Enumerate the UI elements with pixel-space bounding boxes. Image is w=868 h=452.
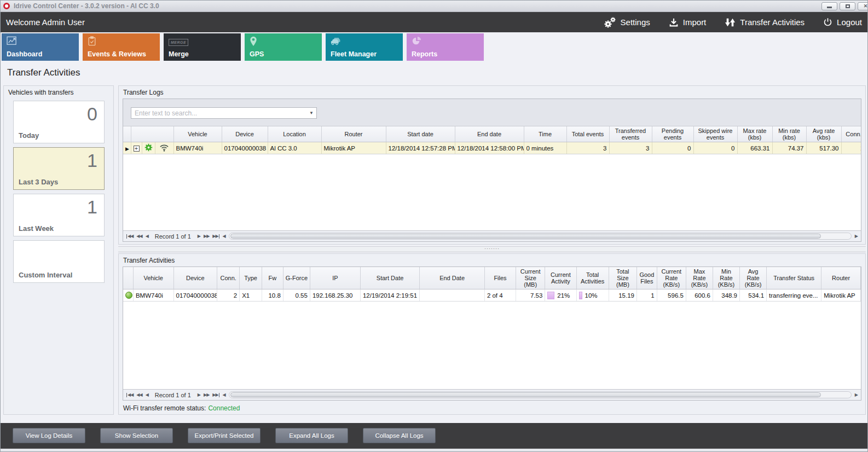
log-row[interactable]: ▶ +	[123, 142, 861, 154]
tile-gps[interactable]: GPS	[245, 33, 322, 61]
cell-files: 2 of 4	[484, 289, 516, 302]
col-max-rate[interactable]: Max rate (kbs)	[737, 126, 772, 142]
tile-events-reviews[interactable]: Events & Reviews	[83, 33, 160, 61]
activities-header-row: Vehicle Device Conn. Type Fw G-Force IP …	[123, 267, 861, 289]
prev-page-button[interactable]: ◀◀	[136, 393, 142, 397]
filter-card-last-week[interactable]: 1 Last Week	[13, 194, 105, 236]
col-total-events[interactable]: Total events	[566, 126, 609, 142]
last-record-button[interactable]: ▶▶	[212, 393, 219, 397]
col-start-date[interactable]: Start date	[386, 126, 455, 142]
cell-max-rate: 600.6	[686, 289, 713, 302]
first-record-button[interactable]: ◀◀	[126, 393, 133, 397]
filter-card-custom-interval[interactable]: Custom Interval	[13, 240, 105, 283]
logs-record-navigator: ◀◀ ◀◀ ◀ Record 1 of 1 ▶ ▶▶ ▶▶ ◀ ▶	[123, 230, 861, 241]
cell-total-activities: 10%	[576, 289, 609, 302]
col-router[interactable]: Router	[821, 267, 861, 289]
col-conn[interactable]: Conn.	[217, 267, 240, 289]
panel-splitter[interactable]: ·······	[118, 246, 866, 252]
vehicles-with-transfers-panel: Vehicles with transfers 0 Today 1 Last 3…	[3, 85, 114, 415]
col-router[interactable]: Router	[321, 126, 386, 142]
col-skipped-wire-events[interactable]: Skipped wire events	[693, 126, 737, 142]
horizontal-scrollbar[interactable]	[229, 391, 852, 398]
col-time[interactable]: Time	[524, 126, 566, 142]
scroll-right-button[interactable]: ▶	[855, 234, 858, 239]
col-total-size[interactable]: Total Size (MB)	[609, 267, 636, 289]
dashboard-chart-icon	[7, 36, 18, 48]
logout-button[interactable]: Logout	[823, 18, 862, 27]
minimize-button[interactable]	[821, 2, 837, 10]
col-min-rate[interactable]: Min Rate (KB/s)	[713, 267, 739, 289]
close-button[interactable]: ✕	[858, 2, 868, 10]
col-end-date[interactable]: End date	[455, 126, 524, 142]
next-page-button[interactable]: ▶▶	[204, 234, 209, 239]
scrollbar-thumb[interactable]	[230, 234, 821, 239]
nav-tiles: Dashboard Events & Reviews MERGE Merge G…	[2, 33, 484, 61]
filter-card-today[interactable]: 0 Today	[13, 101, 105, 143]
col-location[interactable]: Location	[268, 126, 321, 142]
prev-page-button[interactable]: ◀◀	[136, 234, 142, 239]
filter-card-last-3-days[interactable]: 1 Last 3 Days	[13, 147, 105, 190]
next-page-button[interactable]: ▶▶	[204, 393, 209, 397]
col-start-date[interactable]: Start Date	[360, 267, 419, 289]
col-vehicle[interactable]: Vehicle	[173, 126, 222, 142]
col-avg-rate[interactable]: Avg Rate (KB/s)	[740, 267, 767, 289]
col-max-rate[interactable]: Max Rate (KB/s)	[686, 267, 713, 289]
col-total-activities[interactable]: Total Activities	[576, 267, 609, 289]
col-current-rate[interactable]: Current Rate (KB/s)	[657, 267, 686, 289]
activity-row[interactable]: BMW740i 017040000038 2 X1 10.8 0.55 192.…	[123, 289, 861, 302]
cell-avg-rate: 534.1	[740, 289, 767, 302]
next-record-button[interactable]: ▶	[198, 393, 200, 397]
export-print-selected-button[interactable]: Export/Print Selected	[188, 428, 261, 443]
col-device[interactable]: Device	[173, 267, 217, 289]
col-conn[interactable]: Conn.	[841, 126, 861, 142]
settings-button[interactable]: Settings	[603, 16, 650, 28]
col-ip[interactable]: IP	[310, 267, 360, 289]
minimize-icon	[827, 7, 832, 8]
scroll-left-button[interactable]: ◀	[223, 393, 225, 397]
show-selection-button[interactable]: Show Selection	[100, 428, 173, 443]
col-good-files[interactable]: Good Files	[636, 267, 657, 289]
scroll-left-button[interactable]: ◀	[223, 234, 225, 239]
col-avg-rate[interactable]: Avg rate (kbs)	[806, 126, 841, 142]
last-record-button[interactable]: ▶▶	[212, 234, 219, 239]
cell-min-rate: 348.9	[713, 289, 739, 302]
import-icon	[669, 18, 679, 27]
scrollbar-thumb[interactable]	[230, 392, 821, 397]
maximize-button[interactable]	[840, 2, 855, 10]
tile-fleet-manager[interactable]: Fleet Manager	[326, 33, 403, 61]
col-device[interactable]: Device	[222, 126, 268, 142]
col-transferred-events[interactable]: Transferred events	[609, 126, 652, 142]
transfer-activities-button[interactable]: Transfer Activities	[725, 18, 805, 27]
col-vehicle[interactable]: Vehicle	[133, 267, 173, 289]
col-files[interactable]: Files	[484, 267, 516, 289]
record-count-label: Record 1 of 1	[155, 392, 191, 398]
search-input[interactable]	[131, 109, 306, 117]
col-min-rate[interactable]: Min rate (kbs)	[772, 126, 806, 142]
col-gforce[interactable]: G-Force	[283, 267, 310, 289]
tile-merge[interactable]: MERGE Merge	[164, 33, 241, 61]
collapse-all-logs-button[interactable]: Collapse All Logs	[363, 428, 436, 443]
next-record-button[interactable]: ▶	[198, 234, 200, 239]
col-type[interactable]: Type	[240, 267, 262, 289]
first-record-button[interactable]: ◀◀	[126, 234, 133, 239]
welcome-text: Welcome Admin User	[6, 18, 85, 27]
tile-reports[interactable]: Reports	[407, 33, 484, 61]
horizontal-scrollbar[interactable]	[229, 233, 852, 240]
chevron-down-icon[interactable]: ▼	[306, 111, 316, 115]
prev-record-button[interactable]: ◀	[146, 393, 148, 397]
col-current-size[interactable]: Current Size (MB)	[516, 267, 545, 289]
col-end-date[interactable]: End Date	[420, 267, 485, 289]
sidebar-title: Vehicles with transfers	[4, 86, 113, 98]
card-label: Today	[19, 131, 39, 140]
col-transfer-status[interactable]: Transfer Status	[767, 267, 821, 289]
scroll-right-button[interactable]: ▶	[855, 393, 858, 397]
col-pending-events[interactable]: Pending events	[652, 126, 693, 142]
import-button[interactable]: Import	[669, 18, 707, 27]
expand-row-icon[interactable]: +	[134, 146, 140, 152]
tile-dashboard[interactable]: Dashboard	[2, 33, 79, 61]
prev-record-button[interactable]: ◀	[146, 234, 148, 239]
col-current-activity[interactable]: Current Activity	[545, 267, 576, 289]
view-log-details-button[interactable]: View Log Details	[13, 428, 85, 443]
expand-all-logs-button[interactable]: Expand All Logs	[275, 428, 348, 443]
col-fw[interactable]: Fw	[262, 267, 283, 289]
